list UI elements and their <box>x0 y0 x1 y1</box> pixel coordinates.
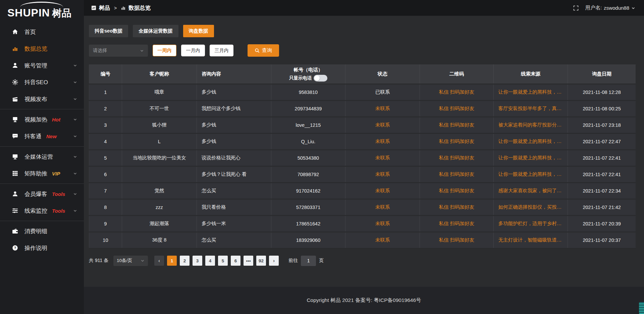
sidebar-item-help[interactable]: ?操作说明 <box>0 240 84 256</box>
cell-content: 多少钱 <box>197 133 271 150</box>
page-ellipsis-button[interactable]: ••• <box>244 256 253 266</box>
breadcrumb: 树品 > 数据总览 <box>91 4 151 12</box>
source-link[interactable]: 让你一眼就爱上的黑科技，能... <box>498 138 563 145</box>
user-menu[interactable]: 用户名: zswodun88 <box>585 5 635 11</box>
cell-account: Q_Liu. <box>271 133 345 150</box>
qrcode-link[interactable]: 私信 扫码加好友 <box>425 105 489 112</box>
sidebar-divider <box>0 109 84 109</box>
jump-page-input[interactable] <box>301 256 316 266</box>
wallet-icon <box>12 228 19 234</box>
cell-date: 2021-11-07 20:39 <box>568 215 636 232</box>
source-link[interactable]: 无主灯设计，智能磁吸轨道灯... <box>498 237 563 243</box>
source-link[interactable]: 客厅安装投影半年多了，真实... <box>498 105 563 112</box>
search-icon <box>255 48 260 53</box>
account-select[interactable]: 请选择 <box>89 45 148 57</box>
query-button[interactable]: 查询 <box>248 44 279 57</box>
table-row: 6多少钱？让我死心 看70898792未联系私信 扫码加好友让你一眼就爱上的黑科… <box>89 166 636 182</box>
range-week-button[interactable]: 一周内 <box>153 45 176 56</box>
cell-account: 178651642 <box>271 215 345 232</box>
copyright-text: Copyright 树品 2021 备案号: 粤ICP备09019646号 <box>307 297 421 304</box>
cell-content: 多少钱一米 <box>197 215 271 232</box>
qrcode-link[interactable]: 私信 扫码加好友 <box>425 122 489 128</box>
sidebar-item-expense[interactable]: 消费明细 <box>0 223 84 240</box>
phone-only-label: 只显示电话 <box>289 75 312 82</box>
qrcode-link[interactable]: 私信 扫码加好友 <box>425 188 489 194</box>
page-button-6[interactable]: 6 <box>231 256 240 266</box>
table-row: 5当地比较能吃的一位美女说说价格让我死心50534380未联系私信 扫码加好友让… <box>89 150 636 166</box>
tab-douyin-seo-data[interactable]: 抖音seo数据 <box>89 25 128 37</box>
cell-content: 我只看价格 <box>197 199 271 215</box>
qrcode-link[interactable]: 私信 扫码加好友 <box>425 155 489 161</box>
sidebar-item-lead-monitor[interactable]: 线索监控Tools <box>0 202 84 219</box>
sidebar-item-member-burst[interactable]: 会员爆客Tools <box>0 186 84 202</box>
sidebar-item-video-publish[interactable]: 视频发布 <box>0 91 84 107</box>
tab-inquiry-data[interactable]: 询盘数据 <box>183 25 214 37</box>
cell-status: 未联系 <box>345 150 420 166</box>
sidebar-item-matrix-boost[interactable]: 矩阵助推VIP <box>0 165 84 182</box>
chart-icon <box>12 46 19 52</box>
support-widget[interactable] <box>639 302 644 314</box>
qrcode-link[interactable]: 私信 扫码加好友 <box>425 138 489 145</box>
fullscreen-icon[interactable] <box>573 5 579 11</box>
page-button-5[interactable]: 5 <box>218 256 228 266</box>
cell-index: 8 <box>89 199 122 215</box>
table-body: 1哦章多少钱9583810已联系私信 扫码加好友让你一眼就爱上的黑科技，能...… <box>89 84 636 248</box>
sidebar-item-account[interactable]: 账号管理 <box>0 57 84 74</box>
cell-date: 2021-11-07 21:42 <box>568 199 636 215</box>
sidebar-item-badge: New <box>46 134 57 139</box>
breadcrumb-item-root[interactable]: 树品 <box>99 4 110 12</box>
sidebar-item-home[interactable]: 首页 <box>0 23 84 40</box>
source-link[interactable]: 让你一眼就爱上的黑科技，能... <box>498 171 563 177</box>
table-row: 1036度 8怎么买183929060未联系私信 扫码加好友无主灯设计，智能磁吸… <box>89 232 636 248</box>
source-link[interactable]: 让你一眼就爱上的黑科技，能... <box>498 155 563 161</box>
header-source: 线索来源 <box>493 64 568 84</box>
sidebar-item-label: 数据总览 <box>24 45 47 53</box>
sidebar-item-label: 首页 <box>24 28 36 36</box>
page-size-select[interactable]: 10条/页 <box>113 256 148 266</box>
cell-index: 5 <box>89 150 122 166</box>
page-button-2[interactable]: 2 <box>180 256 190 266</box>
source-link[interactable]: 多功能护栏灯，适用于乡村文... <box>498 220 563 227</box>
toggle-knob <box>314 75 320 81</box>
page-button-4[interactable]: 4 <box>205 256 215 266</box>
sidebar-item-label: 账号管理 <box>24 62 47 69</box>
source-link[interactable]: 如何正确选择投影仪，买投影... <box>498 204 563 210</box>
sidebar-item-label: 矩阵助推 <box>24 170 47 177</box>
sidebar-item-media-ops[interactable]: 全媒体运营 <box>0 148 84 165</box>
range-month-button[interactable]: 一月内 <box>181 45 205 56</box>
qrcode-link[interactable]: 私信 扫码加好友 <box>425 89 489 95</box>
main-content: 抖音seo数据 全媒体运营数据 询盘数据 请选择 一周内 一月内 三月内 查询 <box>84 16 644 287</box>
cell-date: 2021-11-07 22:47 <box>568 133 636 150</box>
phone-only-toggle[interactable] <box>314 75 327 82</box>
home-icon <box>12 29 19 35</box>
source-link[interactable]: 感谢大家喜欢我家，被问了好... <box>498 188 563 194</box>
page-button-1[interactable]: 1 <box>167 256 177 266</box>
source-link[interactable]: 让你一眼就爱上的黑科技，能... <box>498 89 563 95</box>
page-button-92[interactable]: 92 <box>256 256 266 266</box>
cell-status: 未联系 <box>345 133 420 150</box>
topbar: 树品 > 数据总览 用户名: zswodun88 <box>84 0 644 16</box>
prev-page-button[interactable]: ‹ <box>154 256 164 266</box>
cell-status: 未联系 <box>345 199 420 215</box>
tab-media-ops-data[interactable]: 全媒体运营数据 <box>133 25 178 37</box>
qrcode-link[interactable]: 私信 扫码加好友 <box>425 171 489 177</box>
svg-text:?: ? <box>14 246 16 250</box>
next-page-button[interactable]: › <box>269 256 279 266</box>
chevron-down-icon <box>140 49 144 53</box>
qrcode-link[interactable]: 私信 扫码加好友 <box>425 220 489 227</box>
sidebar-item-video-heat[interactable]: 视频加热Hot <box>0 111 84 128</box>
cell-index: 3 <box>89 117 122 133</box>
source-link[interactable]: 被大家追着问的客厅投影分享... <box>498 122 563 128</box>
range-quarter-button[interactable]: 三月内 <box>210 45 233 56</box>
cell-date: 2021-11-07 23:18 <box>568 117 636 133</box>
sidebar-item-douketong[interactable]: 抖客通New <box>0 128 84 145</box>
sidebar-item-label: 全媒体运营 <box>24 153 53 161</box>
qrcode-link[interactable]: 私信 扫码加好友 <box>425 237 489 243</box>
page-button-3[interactable]: 3 <box>193 256 202 266</box>
username-label: 用户名: <box>585 5 602 11</box>
sidebar-item-data-overview[interactable]: 数据总览 <box>0 40 84 57</box>
table-row: 3狐小狸多少钱love__1215未联系私信 扫码加好友被大家追着问的客厅投影分… <box>89 117 636 133</box>
sidebar-item-douyin-seo[interactable]: 抖音SEO <box>0 74 84 91</box>
qrcode-link[interactable]: 私信 扫码加好友 <box>425 204 489 210</box>
page-size-value: 10条/页 <box>117 258 132 264</box>
